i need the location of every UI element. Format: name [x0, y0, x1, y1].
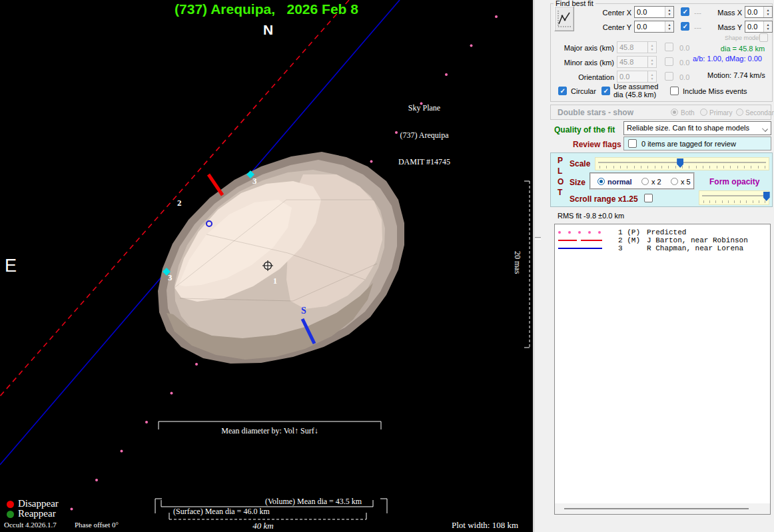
- review-flags-box: 0 items are tagged for review: [623, 136, 771, 150]
- center-x-dash: ---: [694, 9, 701, 17]
- orientation-value: 0.0: [619, 73, 629, 81]
- double-stars-title: Double stars - show: [558, 108, 633, 117]
- quality-of-fit-value: Reliable size. Can fit to shape models: [627, 124, 749, 132]
- mass-y-label: Mass Y: [707, 23, 742, 31]
- chevron-down-icon: [762, 126, 768, 132]
- mass-y-spin-buttons[interactable]: ▲▼: [763, 21, 772, 32]
- sky-plane-canvas[interactable]: (737) Arequipa, 2026 Feb 8 N E Sky Plane…: [0, 0, 533, 532]
- center-x-value[interactable]: 0.0: [637, 8, 647, 16]
- reappear-dot-icon: [7, 511, 14, 518]
- double-stars-secondary-label: Secondary: [745, 109, 774, 117]
- size-x2-radio[interactable]: [641, 178, 649, 185]
- double-stars-secondary-radio[interactable]: [736, 109, 743, 116]
- size-normal-label: normal: [607, 178, 632, 186]
- plot-title: (737) Arequipa, 2026 Feb 8: [100, 1, 433, 17]
- reappear-legend-label: Reappear: [18, 508, 56, 519]
- form-opacity-slider-thumb[interactable]: [763, 192, 770, 201]
- form-opacity-label: Form opacity: [709, 177, 759, 186]
- orientation-side-value: 0.0: [679, 73, 689, 81]
- observer-id: 1 (P): [618, 228, 640, 236]
- south-pole-label: S: [301, 306, 306, 316]
- major-axis-side-value: 0.0: [679, 44, 689, 52]
- plot-fit-button[interactable]: [554, 6, 574, 31]
- quality-of-fit-dropdown[interactable]: Reliable size. Can fit to shape models: [623, 121, 771, 135]
- include-miss-checkbox[interactable]: [670, 87, 679, 95]
- rms-fit-text: RMS fit -9.8 ±0.0 km: [558, 212, 624, 220]
- center-x-checkbox[interactable]: [681, 7, 689, 16]
- chord3-solid-marker: [558, 247, 602, 249]
- center-x-spin-buttons[interactable]: ▲▼: [665, 7, 673, 17]
- major-axis-field: 45.8 ▲▼: [617, 41, 657, 53]
- double-stars-primary-label: Primary: [709, 109, 732, 117]
- mass-x-field[interactable]: 0.0 ▲▼: [745, 6, 773, 18]
- plot-letter-t: T: [558, 188, 562, 197]
- mass-x-spin-buttons[interactable]: ▲▼: [763, 7, 772, 17]
- minor-axis-checkbox[interactable]: [665, 57, 673, 66]
- mass-y-field[interactable]: 0.0 ▲▼: [745, 21, 773, 33]
- scale-label: Scale: [570, 159, 590, 168]
- double-stars-group: Double stars - show Both Primary Seconda…: [550, 105, 771, 120]
- list-item[interactable]: 1 (P) Predicted: [555, 228, 770, 236]
- scale-slider[interactable]: [595, 157, 769, 170]
- circular-label: Circular: [571, 87, 596, 95]
- angular-scale-label: 20 mas: [512, 251, 522, 274]
- orientation-checkbox[interactable]: [665, 72, 673, 81]
- linear-scale-label: 40 km: [226, 521, 300, 531]
- sky-plane-info-line1: Sky Plane: [381, 104, 468, 113]
- orientation-label: Orientation: [553, 73, 614, 81]
- minor-axis-field: 45.8 ▲▼: [617, 56, 657, 68]
- center-y-value[interactable]: 0.0: [637, 23, 647, 31]
- observer-id: 3: [618, 244, 623, 252]
- circular-checkbox[interactable]: [558, 87, 567, 95]
- double-stars-both-label: Both: [681, 109, 695, 117]
- size-radio-group: normal x 2 x 5: [589, 172, 695, 190]
- sky-plane-graphics: [0, 0, 533, 532]
- form-opacity-slider[interactable]: [699, 190, 769, 205]
- plot-options-panel: P L O T Scale Size normal x 2 x 5 Form o…: [550, 152, 773, 207]
- review-flags-checkbox[interactable]: [628, 139, 637, 148]
- double-stars-primary-radio[interactable]: [700, 109, 707, 116]
- use-assumed-dia-checkbox[interactable]: [601, 87, 610, 95]
- observer-name: R Chapman, near Lorena: [647, 244, 743, 252]
- splitter-grip[interactable]: [535, 237, 541, 240]
- double-stars-both-radio[interactable]: [671, 109, 678, 116]
- size-x5-radio[interactable]: [671, 178, 678, 185]
- major-axis-value: 45.8: [619, 43, 633, 51]
- mass-x-value[interactable]: 0.0: [747, 8, 757, 16]
- list-item[interactable]: 3 R Chapman, near Lorena: [555, 244, 770, 252]
- size-label: Size: [570, 178, 585, 187]
- shape-model-checkbox[interactable]: [759, 33, 768, 42]
- list-item[interactable]: 2 (M) J Barton, near Robinson: [555, 236, 770, 244]
- center-y-checkbox[interactable]: [681, 22, 689, 31]
- axis-ratio-text: a/b: 1.00, dMag: 0.00: [693, 55, 762, 63]
- occult-window: (737) Arequipa, 2026 Feb 8 N E Sky Plane…: [0, 0, 774, 532]
- plot-letter-o: O: [558, 177, 564, 186]
- mean-diameter-bracket-label: Mean diameter by: Vol↑ Surf↓: [170, 426, 370, 436]
- horizontal-scrollbar[interactable]: [555, 503, 770, 514]
- center-x-label: Center X: [573, 9, 631, 17]
- observer-id: 2 (M): [618, 236, 640, 244]
- volume-mean-dia-label: (Volume) Mean dia = 43.5 km: [265, 497, 362, 507]
- scroll-range-checkbox[interactable]: [644, 194, 653, 202]
- review-flags-label: Review flags: [573, 140, 621, 149]
- observer-list[interactable]: 1 (P) Predicted 2 (M) J Barton, near Rob…: [554, 224, 771, 515]
- plot-letter-p: P: [558, 156, 563, 165]
- lightcurve-icon: [555, 7, 574, 31]
- center-x-field[interactable]: 0.0 ▲▼: [634, 6, 674, 18]
- center-y-spin-buttons[interactable]: ▲▼: [665, 21, 673, 32]
- center-y-field[interactable]: 0.0 ▲▼: [634, 21, 674, 33]
- chord3-label-lower: 3: [168, 272, 173, 283]
- orientation-spin-buttons: ▲▼: [647, 71, 656, 82]
- minor-axis-side-value: 0.0: [679, 59, 689, 67]
- size-x2-label: x 2: [651, 178, 661, 186]
- shape-model-label: Shape model: [725, 35, 757, 41]
- size-normal-radio[interactable]: [597, 178, 605, 185]
- spin-axis-north-marker: [208, 174, 222, 195]
- north-direction-label: N: [263, 22, 273, 38]
- mass-y-value[interactable]: 0.0: [747, 23, 757, 31]
- panel-divider[interactable]: [534, 0, 534, 532]
- use-assumed-dia-label: Use assumed dia (45.8 km): [613, 83, 668, 99]
- version-label: Occult 4.2026.1.7: [4, 521, 57, 529]
- diameter-text: dia = 45.8 km: [713, 45, 773, 53]
- major-axis-checkbox[interactable]: [665, 43, 673, 51]
